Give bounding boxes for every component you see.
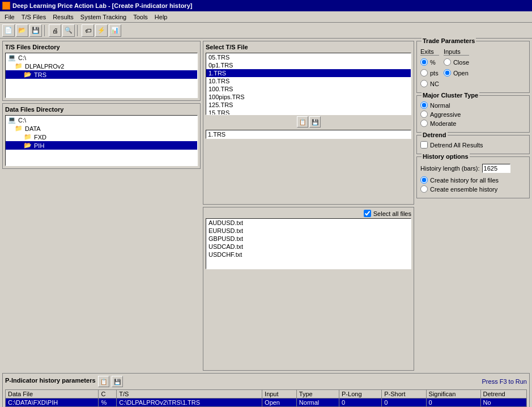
data-dir-data[interactable]: 📁 DATA (6, 124, 197, 133)
inputs-label: Inputs (444, 48, 469, 56)
data-files-panel: Select all files AUDUSD.txt EURUSD.txt G… (203, 207, 414, 371)
indicator-params-table: Data File C T/S Input Type P-Long P-Shor… (5, 389, 527, 407)
data-dir-title: Data Files Directory (5, 106, 198, 113)
cell-type: Normal (296, 398, 339, 407)
cluster-aggressive-radio[interactable] (420, 111, 428, 118)
menu-ts-files[interactable]: T/S Files (18, 12, 49, 22)
ts-dir-dlpalprov2[interactable]: 📁 DLPALPROv2 (6, 62, 197, 70)
cell-ts: C:\DLPALPROv2\TRS\1.TRS (117, 398, 262, 407)
history-ensemble-radio[interactable] (420, 185, 428, 193)
input-close-radio[interactable] (444, 58, 451, 66)
drive-icon-2: 💻 (8, 116, 16, 124)
print-button[interactable]: 🖨 (49, 24, 61, 37)
press-f3-label: Press F3 to Run (482, 378, 527, 385)
select-all-label: Select all files (373, 210, 411, 217)
ts-save-button[interactable]: 💾 (309, 116, 321, 128)
table-header-row: Data File C T/S Input Type P-Long P-Shor… (6, 390, 527, 398)
left-panel: T/S Files Directory 💻 C:\ 📁 DLPALPROv2 📂… (2, 41, 201, 371)
exit-pct-radio[interactable] (420, 58, 428, 66)
col-ts: T/S (117, 390, 262, 398)
data-file-item-4[interactable]: USDCHF.txt (206, 251, 411, 258)
data-file-item-0[interactable]: AUDUSD.txt (206, 219, 411, 227)
params-panel: Trade Parameters Exits % pts NC (416, 41, 530, 371)
ts-dir-trs[interactable]: 📂 TRS (6, 70, 197, 79)
input-open-radio[interactable] (444, 69, 451, 77)
col-c: C (99, 390, 117, 398)
col-significance: Significan (426, 390, 480, 398)
menu-file[interactable]: File (1, 12, 18, 22)
toolbar-sep-2 (77, 25, 79, 36)
ts-file-list[interactable]: 05.TRS 0p1.TRS 1.TRS 10.TRS 100.TRS 100p… (206, 53, 411, 115)
indicator-header: P-Indicator history parameters 📋 💾 Press… (5, 376, 527, 387)
menu-tools[interactable]: Tools (130, 12, 151, 22)
data-dir-pih[interactable]: 📂 PIH (6, 141, 197, 150)
data-dir-drive[interactable]: 💻 C:\ (6, 116, 197, 124)
data-files-directory-panel: Data Files Directory 💻 C:\ 📁 DATA 📁 FXD … (2, 103, 201, 169)
cell-c: % (99, 398, 117, 407)
cell-detrend: No (480, 398, 526, 407)
ts-dir-list[interactable]: 💻 C:\ 📁 DLPALPROv2 📂 TRS (5, 53, 198, 98)
new-button[interactable]: 📄 (2, 24, 15, 37)
preview-button[interactable]: 🔍 (62, 24, 75, 37)
menu-system-tracking[interactable]: System Tracking (77, 12, 130, 22)
toolbar: 📄 📂 💾 🖨 🔍 🏷 ⚡ 📊 (0, 23, 532, 39)
ts-file-item-2[interactable]: 1.TRS (206, 69, 411, 77)
exit-pct-row: % (420, 58, 439, 66)
ts-file-item-5[interactable]: 100pips.TRS (206, 93, 411, 101)
app-icon (2, 2, 10, 10)
ts-file-item-3[interactable]: 10.TRS (206, 77, 411, 85)
ts-file-title: Select T/S File (206, 44, 411, 50)
ts-file-item-7[interactable]: 15.TRS (206, 109, 411, 115)
cell-input: Open (262, 398, 297, 407)
ts-file-item-1[interactable]: 0p1.TRS (206, 61, 411, 69)
exit-nc-radio[interactable] (420, 80, 428, 87)
detrend-title: Detrend (422, 132, 448, 138)
table-row[interactable]: C:\DATA\FXD\PIH % C:\DLPALPROv2\TRS\1.TR… (6, 398, 527, 407)
data-file-item-1[interactable]: EURUSD.txt (206, 227, 411, 235)
input-open-row: Open (444, 69, 469, 77)
cell-p-short: 0 (382, 398, 426, 407)
data-dir-list[interactable]: 💻 C:\ 📁 DATA 📁 FXD 📂 PIH (5, 115, 198, 166)
menu-results[interactable]: Results (49, 12, 77, 22)
col-input: Input (262, 390, 297, 398)
selected-ts-file-input[interactable] (206, 130, 411, 139)
cluster-aggressive-row: Aggressive (420, 111, 526, 118)
trade-parameters-title: Trade Parameters (422, 37, 476, 44)
indicator-history-panel: P-Indicator history parameters 📋 💾 Press… (2, 373, 530, 407)
save-button[interactable]: 💾 (29, 24, 42, 37)
tool1-button[interactable]: 🏷 (82, 24, 94, 37)
indicator-paste-btn[interactable]: 📋 (98, 376, 109, 387)
data-file-item-3[interactable]: USDCAD.txt (206, 243, 411, 251)
input-close-row: Close (444, 58, 469, 66)
folder-open-icon: 📂 (24, 71, 32, 78)
cell-significance: 0 (426, 398, 480, 407)
ts-file-item-6[interactable]: 125.TRS (206, 101, 411, 109)
ts-file-toolbar: 📋 💾 (206, 116, 411, 128)
ts-paste-button[interactable]: 📋 (297, 116, 308, 128)
detrend-group: Detrend Detrend All Results (416, 135, 530, 154)
indicator-save-btn[interactable]: 💾 (112, 376, 123, 387)
select-all-checkbox[interactable] (364, 210, 371, 217)
tool2-button[interactable]: ⚡ (95, 24, 108, 37)
ts-dir-drive[interactable]: 💻 C:\ (6, 53, 197, 62)
history-ensemble-row: Create ensemble history (420, 185, 526, 193)
data-dir-fxd[interactable]: 📁 FXD (6, 133, 197, 141)
menu-help[interactable]: Help (151, 12, 171, 22)
ts-file-item-0[interactable]: 05.TRS (206, 53, 411, 61)
cell-data-file: C:\DATA\FXD\PIH (6, 398, 99, 407)
col-p-long: P-Long (339, 390, 382, 398)
cluster-normal-radio[interactable] (420, 101, 428, 109)
tool3-button[interactable]: 📊 (109, 24, 121, 37)
history-options-title: History options (422, 153, 470, 160)
open-button[interactable]: 📂 (16, 24, 28, 37)
ts-file-item-4[interactable]: 100.TRS (206, 85, 411, 93)
data-file-item-2[interactable]: GBPUSD.txt (206, 235, 411, 243)
detrend-checkbox[interactable] (420, 141, 428, 149)
exit-pts-radio[interactable] (420, 69, 428, 77)
history-length-input[interactable] (482, 164, 510, 173)
data-files-list[interactable]: AUDUSD.txt EURUSD.txt GBPUSD.txt USDCAD.… (206, 218, 411, 269)
cluster-moderate-radio[interactable] (420, 120, 428, 127)
cell-p-long: 0 (339, 398, 382, 407)
ts-file-panel: Select T/S File 05.TRS 0p1.TRS 1.TRS 10.… (203, 41, 414, 205)
history-all-files-radio[interactable] (420, 176, 428, 184)
